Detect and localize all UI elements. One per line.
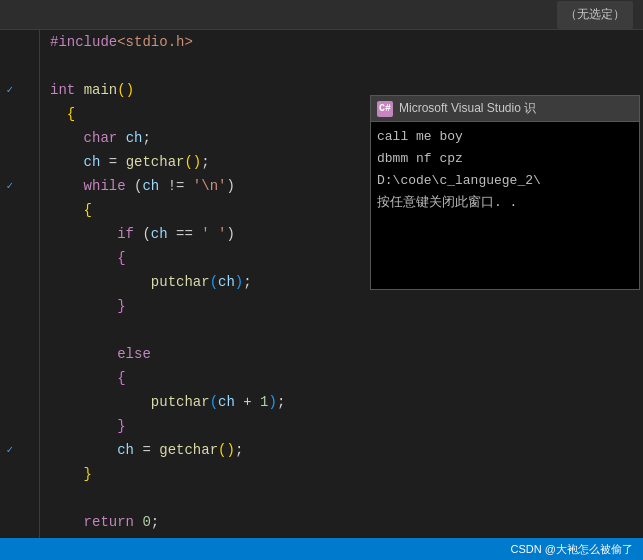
- token: [50, 270, 151, 294]
- console-app-icon: C#: [377, 101, 393, 117]
- token: }: [117, 414, 125, 438]
- gutter-line-19: [0, 462, 33, 486]
- gutter-line-21: [0, 510, 33, 534]
- code-line-15: {: [50, 366, 643, 390]
- token: ch: [218, 270, 235, 294]
- token: (): [218, 438, 235, 462]
- token: [117, 126, 125, 150]
- token: #include: [50, 30, 117, 54]
- csdn-attribution: CSDN @大袍怎么被偷了: [511, 542, 633, 557]
- console-window[interactable]: C# Microsoft Visual Studio 识 call me boy…: [370, 95, 640, 290]
- code-line-13: [50, 318, 643, 342]
- token: [50, 462, 84, 486]
- token: ch: [117, 438, 134, 462]
- token: [75, 78, 83, 102]
- token: [50, 198, 84, 222]
- token: if: [117, 222, 134, 246]
- gutter-line-9: [0, 222, 33, 246]
- gutter-line-12: [0, 294, 33, 318]
- code-line-17: }: [50, 414, 643, 438]
- gutter-line-15: [0, 366, 33, 390]
- token: ): [226, 222, 234, 246]
- token: ch: [126, 126, 143, 150]
- code-line-20: [50, 486, 643, 510]
- selection-status: （无选定）: [557, 1, 633, 29]
- token: ch: [142, 174, 159, 198]
- console-line-4: 按任意键关闭此窗口. .: [377, 192, 633, 214]
- code-line-14: else: [50, 342, 643, 366]
- code-line-2: [50, 54, 643, 78]
- token: [50, 246, 117, 270]
- gutter-line-20: [0, 486, 33, 510]
- code-line-19: }: [50, 462, 643, 486]
- console-line-3: D:\code\c_languege_2\: [377, 170, 633, 192]
- gutter-line-18: [0, 438, 33, 462]
- token: char: [84, 126, 118, 150]
- token: ch: [151, 222, 168, 246]
- code-line-21: return 0;: [50, 510, 643, 534]
- token: }: [84, 462, 92, 486]
- gutter-line-3: [0, 78, 33, 102]
- token: =: [100, 150, 125, 174]
- token: +: [235, 390, 260, 414]
- token: [50, 174, 84, 198]
- token: (): [184, 150, 201, 174]
- gutter-line-17: [0, 414, 33, 438]
- gutter-line-4: [0, 102, 33, 126]
- gutter-line-5: [0, 126, 33, 150]
- console-line-1: call me boy: [377, 126, 633, 148]
- token: (: [126, 174, 143, 198]
- token: {: [117, 246, 125, 270]
- token: ;: [151, 510, 159, 534]
- token: ): [268, 390, 276, 414]
- token: !=: [159, 174, 193, 198]
- token: int: [50, 78, 75, 102]
- token: [50, 438, 117, 462]
- token: ;: [142, 126, 150, 150]
- token: =: [134, 438, 159, 462]
- token: else: [117, 342, 151, 366]
- token: ;: [277, 390, 285, 414]
- token: [50, 294, 117, 318]
- token: (: [134, 222, 151, 246]
- console-titlebar: C# Microsoft Visual Studio 识: [371, 96, 639, 122]
- code-line-12: }: [50, 294, 643, 318]
- gutter-line-2: [0, 54, 33, 78]
- console-body: call me boy dbmm nf cpz D:\code\c_langue…: [371, 122, 639, 218]
- token: main: [84, 78, 118, 102]
- gutter-line-6: [0, 150, 33, 174]
- token: putchar: [151, 270, 210, 294]
- token: [50, 222, 117, 246]
- token: (): [117, 78, 134, 102]
- token: while: [84, 174, 126, 198]
- console-title: Microsoft Visual Studio 识: [399, 100, 536, 117]
- bottom-status-bar: CSDN @大袍怎么被偷了: [0, 538, 643, 560]
- token: getchar: [126, 150, 185, 174]
- code-line-16: putchar(ch + 1);: [50, 390, 643, 414]
- line-gutter: [0, 30, 40, 560]
- token: ): [226, 174, 234, 198]
- token: {: [67, 102, 75, 126]
- token: [50, 414, 117, 438]
- token: ;: [243, 270, 251, 294]
- token: {: [84, 198, 92, 222]
- token: ch: [84, 150, 101, 174]
- token: [50, 342, 117, 366]
- token: [50, 366, 117, 390]
- token: 1: [260, 390, 268, 414]
- token: (: [210, 390, 218, 414]
- token: [50, 102, 67, 126]
- token: putchar: [151, 390, 210, 414]
- token: (: [210, 270, 218, 294]
- token: <stdio.h>: [117, 30, 193, 54]
- gutter-line-8: [0, 198, 33, 222]
- gutter-line-1: [0, 30, 33, 54]
- console-icon-label: C#: [379, 103, 391, 114]
- token: ): [235, 270, 243, 294]
- token: [50, 126, 84, 150]
- gutter-line-7: [0, 174, 33, 198]
- token: {: [117, 366, 125, 390]
- console-line-2: dbmm nf cpz: [377, 148, 633, 170]
- gutter-line-16: [0, 390, 33, 414]
- token: ' ': [201, 222, 226, 246]
